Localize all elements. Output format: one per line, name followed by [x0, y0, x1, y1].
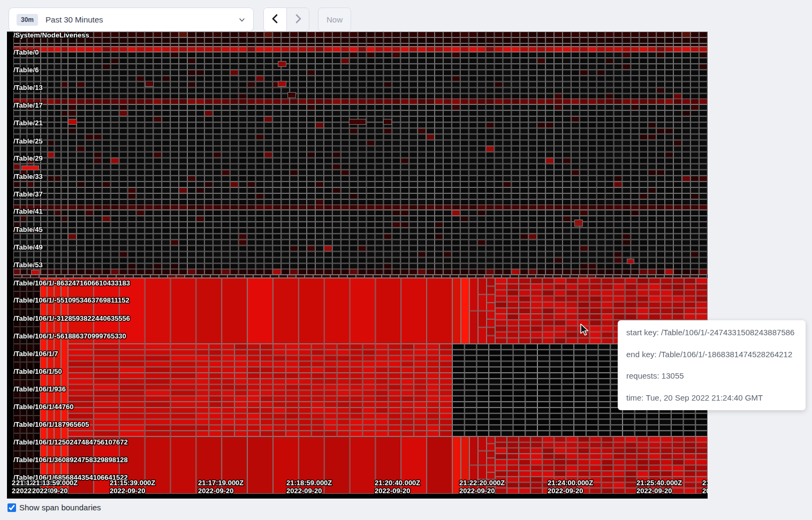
- chevron-left-icon: [271, 14, 279, 25]
- time-range-select[interactable]: 30m Past 30 Minutes: [9, 7, 254, 32]
- time-nav-group: [263, 7, 309, 32]
- chevron-right-icon: [294, 14, 302, 25]
- chevron-down-icon: [238, 16, 246, 24]
- tooltip-end-key: end key: /Table/106/1/-18683814745282642…: [626, 349, 797, 360]
- tooltip-requests: requests: 13055: [626, 371, 797, 381]
- show-span-boundaries-checkbox[interactable]: [7, 503, 16, 512]
- time-range-label: Past 30 Minutes: [45, 15, 238, 24]
- tooltip-start-key: start key: /Table/106/1/-247433150824388…: [626, 327, 797, 338]
- show-span-boundaries-label: Show span boundaries: [19, 503, 101, 512]
- tooltip-time: time: Tue, 20 Sep 2022 21:24:40 GMT: [626, 393, 797, 403]
- footer: Show span boundaries: [7, 503, 101, 512]
- key-visualizer-heatmap[interactable]: [7, 32, 708, 499]
- toolbar: 30m Past 30 Minutes Now: [9, 7, 351, 32]
- key-visualizer-page: 30m Past 30 Minutes Now start key: /Tabl…: [0, 0, 812, 520]
- prev-time-button[interactable]: [264, 8, 286, 31]
- range-tooltip: start key: /Table/106/1/-247433150824388…: [618, 320, 806, 410]
- now-button[interactable]: Now: [318, 7, 351, 32]
- time-scale-badge: 30m: [17, 14, 38, 26]
- next-time-button[interactable]: [286, 8, 309, 31]
